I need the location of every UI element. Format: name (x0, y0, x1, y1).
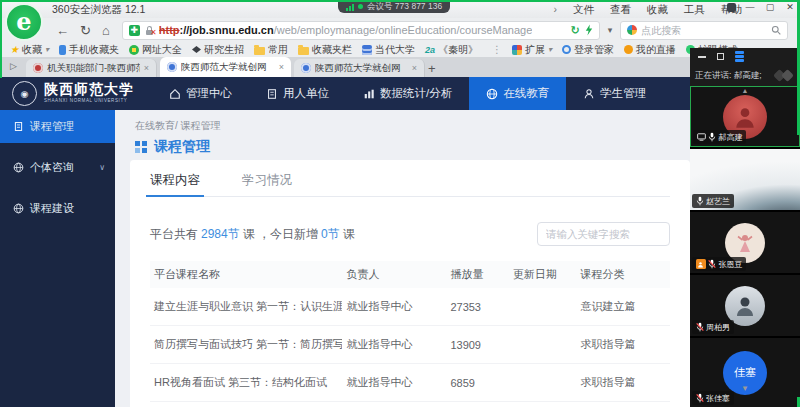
search-engine-icon[interactable] (627, 25, 637, 35)
table-row[interactable]: 建立生涯与职业意识 第一节：认识生涯 就业指导中心 27353 意识建立篇 (150, 288, 670, 326)
table-row[interactable]: 简历撰写与面试技巧 第一节：简历撰写（上） 就业指导中心 13909 求职指导篇 (150, 326, 670, 364)
tab-close-icon[interactable]: × (412, 63, 417, 73)
course-owner: 就业指导中心 (342, 375, 446, 390)
meeting-maximize-icon[interactable] (717, 53, 724, 60)
participant-tile-video[interactable]: 赵艺兰 (690, 149, 800, 210)
home-button[interactable]: ⌂ (102, 23, 110, 38)
security-shield-icon[interactable]: ✚ (129, 25, 140, 36)
browser-tab-3[interactable]: 陕西师范大学就创网 × (294, 59, 425, 77)
nav-data-statistics[interactable]: 数据统计/分析 (346, 77, 469, 110)
meeting-id-label: 会议号 773 877 136 (367, 1, 442, 13)
nav-management-center[interactable]: 管理中心 (152, 77, 249, 110)
folder-icon (298, 47, 309, 55)
tab-close-icon[interactable]: × (279, 62, 284, 72)
participant-nametag: 周柏男 (692, 320, 734, 334)
bookmark-sites[interactable]: 网址大全 (129, 43, 182, 57)
tab-course-content[interactable]: 课程内容 (150, 160, 200, 196)
my-live-button[interactable]: 我的直播 (624, 43, 676, 57)
theme-icon[interactable] (727, 3, 736, 12)
course-name[interactable]: 简历撰写与面试技巧 第一节：简历撰写（上） (150, 337, 342, 352)
close-button[interactable]: ✕ (784, 2, 796, 12)
sidebar-item-course-management[interactable]: 课程管理 (0, 110, 115, 143)
participant-tile[interactable]: 张恩豆 (690, 212, 800, 273)
login-manager-button[interactable]: 登录管家 (562, 43, 614, 57)
participant-nametag: 张恩豆 (692, 257, 746, 271)
bookmark-graduate[interactable]: 研究生招 (192, 43, 244, 57)
tab-list-expander-icon[interactable]: ▷ (10, 61, 17, 71)
bookmark-college[interactable]: 当代大学 (362, 43, 415, 57)
menu-favorites[interactable]: 收藏 (647, 3, 668, 17)
minimize-button[interactable]: — (744, 2, 756, 12)
sidebar-item-individual-counseling[interactable]: 个体咨询 ∨ (0, 151, 115, 184)
today-count: 0节 (321, 227, 340, 241)
menu-view[interactable]: 查看 (610, 3, 631, 17)
meeting-panel: 正在讲话: 郝高建; ▲ 郝高建 赵艺兰 (690, 48, 800, 407)
browser-search-input[interactable] (641, 25, 767, 36)
maximize-button[interactable]: ▢ (764, 2, 776, 12)
course-icon (13, 121, 24, 132)
url-field[interactable]: ✚ ✕ http://job.snnu.edu.cn/web/employman… (122, 21, 600, 40)
scroll-up-icon[interactable]: ▲ (742, 87, 749, 94)
window-controls: — ▢ ✕ (727, 2, 796, 12)
menu-chevron-icon[interactable]: › (554, 3, 558, 17)
participant-tile[interactable]: 佳塞 ▼ 张佳塞 (690, 338, 800, 407)
person-photo-icon (732, 104, 758, 130)
menu-file[interactable]: 文件 (573, 3, 594, 17)
meeting-layout-icon[interactable] (735, 51, 744, 62)
back-button[interactable]: ← (56, 23, 69, 38)
browser-tab-2-active[interactable]: 陕西师范大学就创网 × (160, 57, 291, 77)
sidebar-item-course-construction[interactable]: 课程建设 (0, 192, 115, 225)
site-nav: 管理中心 用人单位 数据统计/分析 在线教育 学生管理 (152, 77, 663, 110)
extensions-icon (512, 45, 522, 55)
stats-row: 平台共有2984节课 ，今日新增0节课 (150, 222, 670, 246)
site-sidebar: 课程管理 个体咨询 ∨ 课程建设 (0, 110, 115, 407)
browser-tab-1[interactable]: 机关职能部门-陕西师范大学 × (26, 59, 157, 77)
overflow-dots-icon[interactable]: ⋮ (492, 44, 502, 55)
meeting-minimize-icon[interactable] (698, 56, 706, 58)
col-plays: 播放量 (446, 267, 508, 282)
bookmark-favorites[interactable]: ★ 收藏 ▾ (10, 43, 49, 57)
extensions-button[interactable]: 扩展 ▾ (512, 43, 552, 57)
url-text: http://job.snnu.edu.cn/web/employmanage/… (159, 24, 533, 36)
nav-online-education[interactable]: 在线教育 (469, 77, 566, 110)
table-header-row: 平台课程名称 负责人 播放量 更新日期 课程分类 (150, 261, 670, 288)
bookmark-folder-bar[interactable]: 收藏夹栏 (298, 43, 352, 57)
participant-name: 郝高建 (719, 132, 743, 143)
tab-learning-status[interactable]: 学习情况 (242, 160, 292, 196)
refresh-button[interactable]: ↻ (80, 23, 91, 38)
mic-muted-icon (696, 322, 704, 332)
folder-icon (254, 47, 265, 55)
participant-tile-speaker[interactable]: ▲ 郝高建 (690, 86, 800, 147)
course-search-input[interactable] (537, 222, 670, 246)
bookmark-folder-common[interactable]: 常用 (254, 43, 288, 57)
course-name[interactable]: 建立生涯与职业意识 第一节：认识生涯 (150, 299, 342, 314)
nav-employers[interactable]: 用人单位 (249, 77, 346, 110)
bookmark-mobile[interactable]: 手机收藏夹 (59, 43, 119, 57)
url-dropdown-icon[interactable]: ▾ (608, 25, 613, 35)
search-icon[interactable] (771, 25, 781, 35)
tab-favicon (33, 63, 43, 73)
hand-raised-icon (696, 259, 706, 269)
university-logotype: 陕西师范大学 SHAANXI NORMAL UNIVERSITY (44, 83, 134, 104)
lightning-icon[interactable] (585, 24, 593, 36)
menu-tools[interactable]: 工具 (684, 3, 705, 17)
bookmarks-bar: ★ 收藏 ▾ 手机收藏夹 网址大全 研究生招 常用 收藏夹栏 当代大学 (0, 42, 800, 57)
bar-chart-icon (363, 88, 375, 100)
participant-tile[interactable]: 周柏男 (690, 275, 800, 336)
table-row[interactable]: HR视角看面试 第三节：结构化面试 就业指导中心 6859 求职指导篇 (150, 364, 670, 402)
insecure-lock-icon: ✕ (145, 26, 154, 35)
speed-mode-icon[interactable]: ↻ (571, 24, 580, 37)
col-category: 课程分类 (576, 267, 670, 282)
course-owner: 就业指导中心 (342, 337, 446, 352)
browser-360-logo-icon[interactable]: e (5, 3, 43, 41)
participant-nametag: 张佳塞 (692, 391, 734, 405)
site-header: ◉ 陕西师范大学 SHAANXI NORMAL UNIVERSITY 管理中心 … (0, 77, 800, 110)
tab-close-icon[interactable]: × (144, 63, 149, 73)
bookmark-qinming[interactable]: 2a 《秦明》 (425, 43, 478, 57)
new-tab-button[interactable]: + (428, 61, 436, 76)
scroll-down-icon[interactable]: ▼ (741, 384, 749, 393)
url-path: /web/employmanage/onlineEducation/course… (274, 24, 533, 36)
nav-student-management[interactable]: 学生管理 (566, 77, 663, 110)
course-name[interactable]: HR视角看面试 第三节：结构化面试 (150, 375, 342, 390)
login-manager-icon (562, 45, 571, 54)
